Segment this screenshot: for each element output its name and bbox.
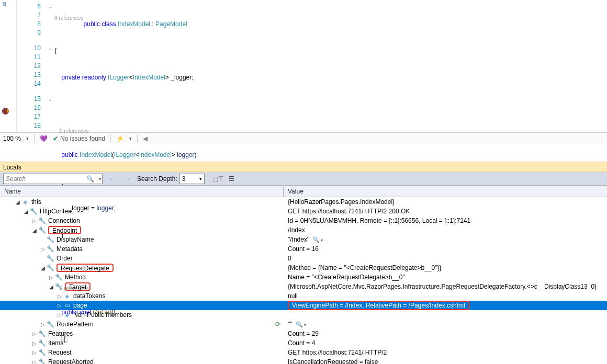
code-editor-pane: ⇅ 6 7 8 9 10 11 12 13 14 15 16 17 18 ⌄ ⌄… <box>0 0 607 132</box>
codelens-references[interactable]: 0 references <box>60 128 89 134</box>
expander-open-icon[interactable]: ◢ <box>15 199 21 205</box>
expander-open-icon[interactable]: ◢ <box>40 265 46 271</box>
wrench-icon: 🔧 <box>29 207 38 215</box>
expander-closed-icon[interactable]: ▷ <box>31 331 38 337</box>
variable-name: Method <box>65 274 86 281</box>
expander-closed-icon[interactable]: ▷ <box>31 359 38 365</box>
line-number: 12 <box>17 62 41 71</box>
wrench-icon: 🔧 <box>54 273 63 281</box>
locals-search: 🔍 ▾ <box>3 174 103 184</box>
variable-name: Metadata <box>57 245 83 253</box>
expander-closed-icon[interactable]: ▷ <box>57 293 63 299</box>
variable-name: RequestAborted <box>48 358 94 364</box>
search-icon[interactable]: 🔍 <box>86 175 94 183</box>
variable-name: Non-Public members <box>73 311 132 318</box>
fold-toggle[interactable]: ⌄ <box>46 44 54 53</box>
track-changes-icon[interactable]: ⇅ <box>2 1 7 8</box>
line-number: 9 <box>17 29 41 38</box>
expander-closed-icon[interactable]: ▷ <box>57 303 63 309</box>
fold-toggle[interactable]: ⌄ <box>46 2 54 11</box>
fold-gutter: ⌄ ⌄ ⌄ <box>46 0 54 132</box>
wrench-icon: 🔧 <box>54 282 63 291</box>
line-number: 15 <box>17 95 41 104</box>
line-number: 8 <box>17 20 41 29</box>
variable-name: this <box>31 198 41 206</box>
line-number: 10 <box>17 44 41 53</box>
expander-closed-icon[interactable]: ▷ <box>40 322 46 327</box>
line-number: 11 <box>17 53 41 62</box>
wrench-icon: 🔧 <box>46 264 54 272</box>
variable-name: Target <box>69 283 86 291</box>
wrench-icon: 🔧 <box>38 217 46 225</box>
wrench-icon: 🔧 <box>46 235 54 244</box>
expander-open-icon[interactable]: ◢ <box>48 284 54 290</box>
variable-name: page <box>73 302 87 309</box>
line-number-gutter: 6 7 8 9 10 11 12 13 14 15 16 17 18 <box>17 0 46 132</box>
zoom-level[interactable]: 100 % <box>3 135 21 142</box>
wrench-icon: 🔧 <box>46 320 54 328</box>
wrench-icon: 🔧 <box>38 358 46 364</box>
expander-closed-icon[interactable]: ▷ <box>31 350 38 356</box>
expander-closed-icon[interactable]: ▷ <box>31 218 38 224</box>
fold-toggle[interactable]: ⌄ <box>46 95 54 104</box>
expander-closed-icon[interactable]: ▷ <box>40 246 46 252</box>
expander-closed-icon[interactable]: ▷ <box>48 275 54 280</box>
search-dropdown-icon[interactable]: ▾ <box>97 176 102 181</box>
wrench-icon: 🔧 <box>38 329 46 338</box>
variable-name: Request <box>48 349 72 356</box>
wrench-icon: 🔧 <box>38 226 46 234</box>
variable-name: dataTokens <box>73 292 105 300</box>
expander-closed-icon[interactable]: ▷ <box>31 340 38 346</box>
editor-margin: ⇅ <box>0 0 17 132</box>
expander-open-icon[interactable]: ◢ <box>31 228 38 233</box>
field-icon: ◈ <box>21 198 29 206</box>
field-icon: ◈ <box>63 311 71 319</box>
wrench-icon: 🔧 <box>46 254 54 263</box>
codelens-references[interactable]: 8 references <box>54 15 84 21</box>
line-number: 14 <box>17 79 41 88</box>
line-number: 18 <box>17 121 41 130</box>
zoom-dropdown-icon[interactable]: ▾ <box>26 136 29 141</box>
variable-name: Order <box>57 255 73 262</box>
expander-closed-icon[interactable]: ▷ <box>57 312 63 318</box>
code-text-area[interactable]: 8 referencespublic class IndexModel : Pa… <box>54 0 607 132</box>
variable-name: Features <box>48 330 73 337</box>
line-number: 16 <box>17 104 41 112</box>
wrench-icon: 🔧 <box>38 339 46 347</box>
variable-name: HttpContext <box>40 208 73 215</box>
variable-name: RequestDelegate <box>61 265 109 272</box>
wrench-icon: 🔧 <box>38 348 46 357</box>
variable-name: Endpoint <box>52 227 77 234</box>
variable-name: Connection <box>48 217 80 224</box>
breakpoint-current-line[interactable] <box>2 108 9 115</box>
variable-name: RoutePattern <box>57 321 94 328</box>
variable-name: Items <box>48 339 63 347</box>
health-indicator-icon[interactable]: 💜 <box>40 135 48 142</box>
refresh-icon[interactable]: ⟳ <box>275 321 280 328</box>
line-number: 6 <box>17 2 41 11</box>
expander-open-icon[interactable]: ◢ <box>23 209 29 214</box>
line-number: 17 <box>17 112 41 121</box>
variable-name: DisplayName <box>57 236 94 243</box>
line-number: 7 <box>17 11 41 20</box>
page-icon: ▭ <box>63 301 71 310</box>
line-number: 13 <box>17 71 41 79</box>
wrench-icon: 🔧 <box>46 245 54 253</box>
field-icon: ◈ <box>63 292 71 300</box>
